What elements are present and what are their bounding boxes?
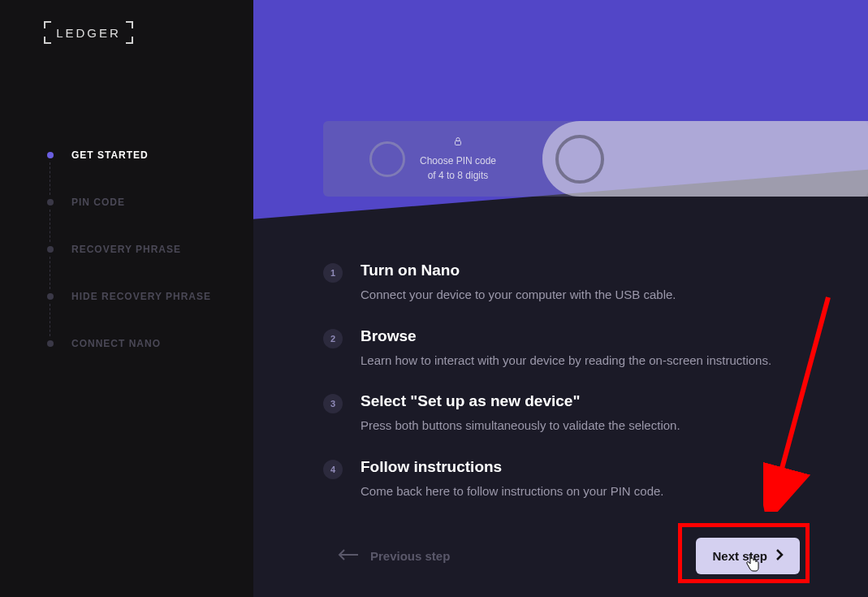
previous-step-label: Previous step <box>370 549 450 563</box>
step-number-badge: 3 <box>323 394 343 413</box>
nav-label: PIN CODE <box>71 197 125 208</box>
main-content: Choose PIN code of 4 to 8 digits 1 Turn … <box>253 0 868 597</box>
step-number-badge: 1 <box>323 263 343 283</box>
nav-get-started[interactable]: GET STARTED <box>47 132 253 179</box>
step-title: Turn on Nano <box>361 262 676 279</box>
step-description: Press both buttons simultaneously to val… <box>361 417 680 435</box>
steps-list: 1 Turn on Nano Connect your device to yo… <box>323 262 794 523</box>
device-screen-text: Choose PIN code of 4 to 8 digits <box>420 136 496 183</box>
arrow-left-icon <box>338 549 359 563</box>
sidebar: LEDGER GET STARTED PIN CODE RECOVERY PHR… <box>0 0 253 597</box>
step-item: 1 Turn on Nano Connect your device to yo… <box>323 262 794 305</box>
step-item: 3 Select "Set up as new device" Press bo… <box>323 392 794 435</box>
nav-dot-icon <box>47 199 54 205</box>
nav-dot-icon <box>47 246 54 253</box>
step-item: 2 Browse Learn how to interact with your… <box>323 327 794 370</box>
nav-connect-nano[interactable]: CONNECT NANO <box>47 320 253 367</box>
next-step-label: Next step <box>712 549 767 563</box>
brand-logo: LEDGER <box>47 23 130 42</box>
step-number-badge: 2 <box>323 329 343 348</box>
nav-dot-icon <box>47 152 54 158</box>
step-title: Select "Set up as new device" <box>361 392 680 410</box>
nav-label: HIDE RECOVERY PHRASE <box>71 291 211 302</box>
device-body <box>542 121 868 197</box>
step-item: 4 Follow instructions Come back here to … <box>323 458 794 501</box>
step-title: Follow instructions <box>361 458 664 476</box>
nav-label: CONNECT NANO <box>71 338 161 349</box>
nav-pin-code[interactable]: PIN CODE <box>47 179 253 226</box>
previous-step-button[interactable]: Previous step <box>338 549 450 563</box>
lock-icon <box>420 136 496 150</box>
device-button-left-icon <box>369 141 405 177</box>
device-button-right-icon <box>555 135 604 184</box>
step-description: Learn how to interact with your device b… <box>361 352 771 370</box>
footer-navigation: Previous step Next step <box>338 538 800 574</box>
brand-text: LEDGER <box>56 26 121 40</box>
next-step-button[interactable]: Next step <box>696 538 800 574</box>
chevron-right-icon <box>775 549 784 563</box>
nav-recovery-phrase[interactable]: RECOVERY PHRASE <box>47 226 253 273</box>
setup-nav: GET STARTED PIN CODE RECOVERY PHRASE HID… <box>47 132 253 367</box>
nav-dot-icon <box>47 293 54 300</box>
svg-rect-0 <box>456 141 461 145</box>
step-number-badge: 4 <box>323 460 343 479</box>
step-title: Browse <box>361 327 771 345</box>
hero-background <box>253 0 868 236</box>
device-text-line2: of 4 to 8 digits <box>428 170 489 181</box>
step-description: Connect your device to your computer wit… <box>361 286 676 305</box>
nav-hide-recovery-phrase[interactable]: HIDE RECOVERY PHRASE <box>47 273 253 320</box>
device-text-line1: Choose PIN code <box>420 155 496 167</box>
step-description: Come back here to follow instructions on… <box>361 482 664 501</box>
nav-dot-icon <box>47 340 54 347</box>
device-screen: Choose PIN code of 4 to 8 digits <box>323 121 542 197</box>
nav-label: GET STARTED <box>71 149 149 161</box>
device-illustration: Choose PIN code of 4 to 8 digits <box>323 121 868 197</box>
nav-label: RECOVERY PHRASE <box>71 244 181 255</box>
